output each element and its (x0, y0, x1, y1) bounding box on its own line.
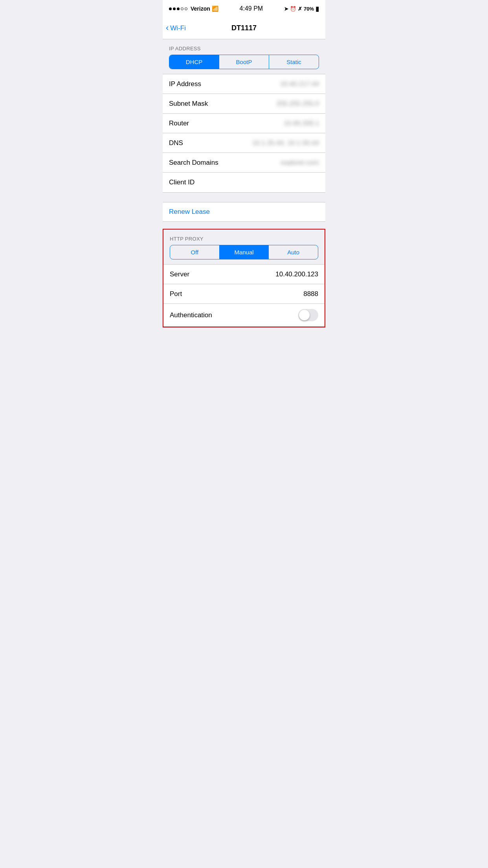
dns-row: DNS 10.1.25.44, 10.1.50.44 (163, 133, 325, 153)
seg-auto[interactable]: Auto (269, 245, 318, 259)
search-domains-value: explorer.com (281, 159, 319, 167)
proxy-segmented-control[interactable]: Off Manual Auto (170, 245, 318, 259)
http-proxy-header: HTTP PROXY (163, 230, 325, 245)
port-row: Port 8888 (163, 284, 325, 304)
seg-off[interactable]: Off (170, 245, 220, 259)
ip-address-section-header: IP ADDRESS (163, 39, 325, 55)
toggle-knob (299, 310, 310, 320)
bluetooth-icon: ✗ (298, 6, 302, 12)
dot-2 (173, 7, 176, 10)
carrier-label: Verizon (191, 6, 210, 12)
ip-address-label: IP Address (169, 80, 201, 88)
router-value: 10.40.200.1 (284, 120, 319, 127)
server-value: 10.40.200.123 (275, 270, 318, 278)
back-label[interactable]: Wi-Fi (170, 24, 186, 32)
http-proxy-section: HTTP PROXY Off Manual Auto Server 10.40.… (163, 229, 325, 327)
server-row: Server 10.40.200.123 (163, 265, 325, 284)
client-id-label: Client ID (169, 178, 194, 186)
router-label: Router (169, 120, 189, 127)
router-row: Router 10.40.200.1 (163, 114, 325, 133)
seg-dhcp[interactable]: DHCP (169, 55, 219, 69)
port-value: 8888 (303, 290, 318, 298)
status-bar: Verizon 📶 4:49 PM ➤ ⏰ ✗ 70% ▮ (163, 0, 325, 17)
server-label: Server (170, 270, 189, 278)
status-right: ➤ ⏰ ✗ 70% ▮ (284, 5, 319, 13)
battery-label: 70% (304, 6, 314, 12)
ip-address-row: IP Address 10.40.217.44 (163, 74, 325, 94)
search-domains-row: Search Domains explorer.com (163, 153, 325, 173)
dns-value: 10.1.25.44, 10.1.50.44 (252, 139, 319, 147)
alarm-icon: ⏰ (290, 6, 296, 12)
wifi-icon: 📶 (212, 6, 218, 12)
client-id-row: Client ID (163, 173, 325, 192)
page-title: DT1117 (231, 24, 257, 32)
proxy-rows: Server 10.40.200.123 Port 8888 Authentic… (163, 264, 325, 327)
renew-lease-section: Renew Lease (163, 202, 325, 222)
ip-address-rows: IP Address 10.40.217.44 Subnet Mask 255.… (163, 74, 325, 193)
status-left: Verizon 📶 (169, 6, 218, 12)
location-icon: ➤ (284, 6, 288, 12)
dot-4 (181, 7, 183, 10)
nav-bar: ‹ Wi-Fi DT1117 (163, 17, 325, 39)
battery-icon: ▮ (316, 5, 319, 13)
authentication-toggle[interactable] (298, 309, 318, 321)
authentication-row: Authentication (163, 304, 325, 326)
port-label: Port (170, 290, 182, 298)
subnet-mask-row: Subnet Mask 255.255.255.0 (163, 94, 325, 114)
signal-dots (169, 7, 187, 10)
back-chevron-icon: ‹ (166, 24, 169, 32)
search-domains-label: Search Domains (169, 159, 218, 167)
status-time: 4:49 PM (240, 5, 263, 12)
seg-static[interactable]: Static (269, 55, 319, 69)
dot-3 (177, 7, 180, 10)
seg-manual[interactable]: Manual (220, 245, 269, 259)
seg-bootp[interactable]: BootP (219, 55, 269, 69)
dot-1 (169, 7, 172, 10)
back-button[interactable]: ‹ Wi-Fi (166, 24, 186, 32)
renew-lease-button[interactable]: Renew Lease (163, 202, 325, 221)
dns-label: DNS (169, 139, 183, 147)
subnet-mask-value: 255.255.255.0 (276, 100, 319, 108)
subnet-mask-label: Subnet Mask (169, 100, 208, 108)
ip-address-value: 10.40.217.44 (280, 80, 319, 88)
ip-segmented-control[interactable]: DHCP BootP Static (169, 55, 319, 69)
dot-5 (185, 7, 187, 10)
authentication-label: Authentication (170, 311, 212, 319)
